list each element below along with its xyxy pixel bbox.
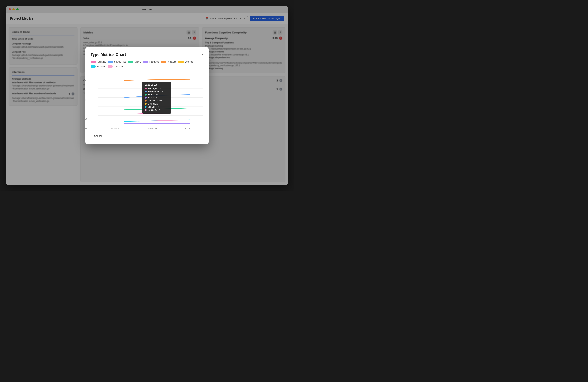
x-axis-label: Today xyxy=(185,127,190,129)
modal-header: Type Metrics Chart × xyxy=(90,52,204,57)
y-axis-label: 120 xyxy=(84,127,87,129)
y-axis-label: 40 xyxy=(84,90,87,92)
legend-swatch xyxy=(128,61,133,63)
legend-item: Packages xyxy=(90,61,106,63)
y-axis-labels: 120100806040200 xyxy=(84,71,87,129)
chart-container: 2023-09-10 Packages: 22Source Files: 65S… xyxy=(98,71,204,125)
legend-label: Methods xyxy=(185,61,193,63)
y-axis-label: 20 xyxy=(84,80,87,82)
legend-item: Variables xyxy=(90,65,105,68)
y-axis-label: 80 xyxy=(84,108,87,111)
x-axis-label: 2023-09-10 xyxy=(148,127,158,129)
legend-label: Source Files xyxy=(114,61,126,63)
legend-swatch xyxy=(108,61,113,63)
chart-area: 120100806040200 xyxy=(90,71,204,129)
modal-footer: Cancel xyxy=(90,133,204,139)
legend-swatch xyxy=(178,61,184,63)
modal-overlay: Type Metrics Chart × PackagesSource File… xyxy=(6,6,288,185)
legend-item: Constants xyxy=(107,65,123,68)
legend-swatch xyxy=(90,61,96,63)
legend-label: Functions xyxy=(167,61,176,63)
legend-item: Interfaces xyxy=(143,61,159,63)
modal-close-button[interactable]: × xyxy=(201,53,204,57)
legend-label: Variables xyxy=(97,65,105,68)
svg-point-6 xyxy=(150,95,151,96)
y-axis-label: 0 xyxy=(84,71,87,73)
legend-item: Methods xyxy=(178,61,193,63)
type-metrics-chart-modal: Type Metrics Chart × PackagesSource File… xyxy=(85,47,209,144)
legend-item: Source Files xyxy=(108,61,126,63)
y-axis-label: 60 xyxy=(84,99,87,101)
cancel-button[interactable]: Cancel xyxy=(90,133,105,139)
legend-label: Constants xyxy=(113,65,123,68)
app-window: Go Architect Project Metrics 📅 last save… xyxy=(6,6,288,185)
legend-label: Interfaces xyxy=(149,61,159,63)
legend-swatch xyxy=(107,65,113,68)
legend-label: Packages xyxy=(97,61,106,63)
legend-swatch xyxy=(161,61,166,63)
legend-swatch xyxy=(143,61,148,63)
chart-svg xyxy=(98,71,204,125)
legend-swatch xyxy=(90,65,96,68)
legend-item: Structs xyxy=(128,61,141,63)
legend-item: Functions xyxy=(161,61,176,63)
app-body: Project Metrics 📅 last saved on Septembe… xyxy=(6,13,288,185)
x-axis-label: 2023-09-01 xyxy=(111,127,121,129)
modal-title: Type Metrics Chart xyxy=(90,52,126,57)
y-axis-label: 100 xyxy=(84,118,87,120)
x-axis-labels: 2023-09-012023-09-10Today xyxy=(98,126,204,129)
chart-legend: PackagesSource FilesStructsInterfacesFun… xyxy=(90,61,204,68)
legend-label: Structs xyxy=(134,61,141,63)
